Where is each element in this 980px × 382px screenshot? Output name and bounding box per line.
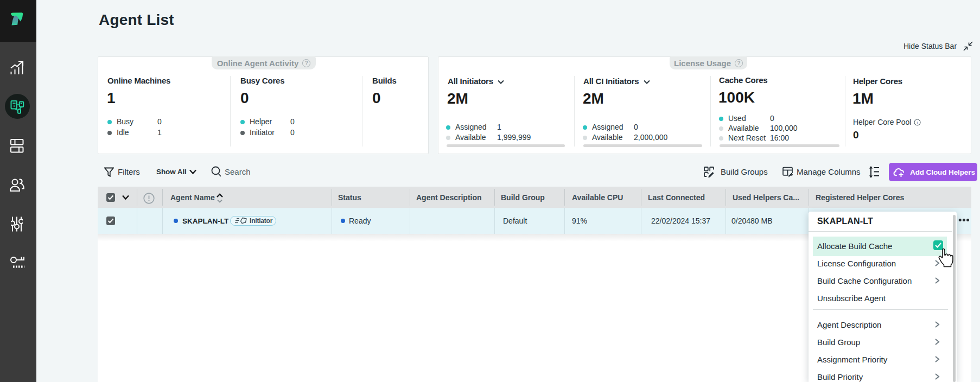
svg-text:i: i [917,120,918,125]
